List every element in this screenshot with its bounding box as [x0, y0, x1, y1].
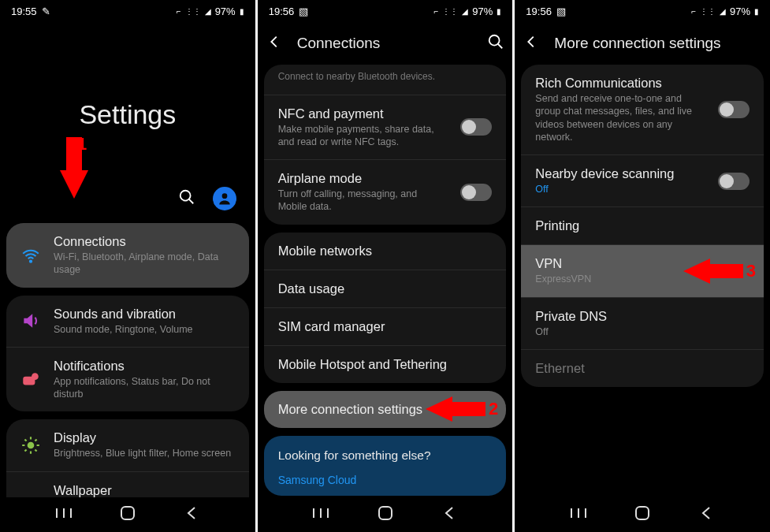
svg-line-14: [35, 439, 36, 441]
status-time: 19:55: [11, 6, 37, 17]
notif-icon: [20, 370, 41, 390]
nav-bar: [258, 497, 513, 532]
wallpaper-icon: [20, 493, 41, 497]
status-bar: 19:56▧ ⌐⋮⋮◢97%▮: [515, 0, 770, 22]
item-more-connection-settings[interactable]: More connection settings 2: [264, 391, 507, 428]
item-wallpaper[interactable]: WallpaperHome screen wallpaper, Lock scr…: [6, 472, 249, 498]
status-time: 19:56: [269, 6, 295, 17]
wifi-icon: [20, 245, 41, 266]
svg-point-5: [32, 373, 39, 380]
svg-line-1: [188, 199, 193, 204]
svg-line-12: [35, 449, 36, 451]
status-bar: 19:55✎ ⌐⋮⋮◢97%▮: [0, 0, 255, 22]
nav-recent[interactable]: [559, 501, 598, 525]
nav-back[interactable]: [172, 501, 211, 525]
svg-point-0: [180, 191, 190, 201]
header-title: Connections: [297, 35, 474, 52]
item-sounds[interactable]: Sounds and vibrationSound mode, Ringtone…: [6, 296, 249, 348]
annotation-3: 3: [683, 259, 756, 284]
account-avatar[interactable]: [213, 187, 236, 210]
item-notifications[interactable]: NotificationsApp notifications, Status b…: [6, 348, 249, 412]
back-icon[interactable]: [266, 33, 283, 54]
battery-icon: ▮: [240, 7, 244, 16]
status-bar: 19:56▧ ⌐⋮⋮◢97%▮: [258, 0, 513, 22]
nearby-scan-toggle[interactable]: [718, 173, 750, 190]
item-nearby-scan[interactable]: Nearby device scanningOff: [521, 155, 764, 207]
header: Connections: [258, 22, 513, 61]
signal-icon: ◢: [205, 7, 211, 16]
nav-recent[interactable]: [44, 501, 84, 525]
item-hotspot[interactable]: Mobile Hotspot and Tethering: [264, 346, 507, 383]
card-connectivity: Connect to nearby Bluetooth devices. NFC…: [264, 65, 507, 225]
item-airplane[interactable]: Airplane modeTurn off calling, messaging…: [264, 160, 507, 225]
rich-comm-toggle[interactable]: [718, 101, 750, 118]
vpn-icon: ⌐: [177, 7, 181, 16]
svg-line-13: [24, 449, 26, 451]
search-icon[interactable]: [487, 33, 504, 54]
header-title: More connection settings: [554, 35, 762, 52]
nav-recent[interactable]: [301, 501, 340, 525]
svg-point-3: [30, 260, 32, 262]
status-time: 19:56: [526, 6, 552, 17]
item-nfc[interactable]: NFC and paymentMake mobile payments, sha…: [264, 95, 507, 161]
svg-line-11: [24, 439, 26, 441]
nav-bar: [515, 497, 770, 532]
wifi-icon: ⋮⋮: [185, 7, 201, 16]
nfc-toggle[interactable]: [460, 118, 492, 136]
item-private-dns[interactable]: Private DNSOff: [521, 298, 764, 350]
svg-point-20: [489, 35, 500, 46]
card-mobile: Mobile networks Data usage SIM card mana…: [264, 233, 507, 383]
item-vpn[interactable]: VPNExpressVPN 3: [521, 245, 764, 297]
help-link-samsung-cloud[interactable]: Samsung Cloud: [278, 474, 493, 486]
search-icon[interactable]: [178, 188, 195, 209]
nav-home[interactable]: [366, 501, 405, 525]
card-more: More connection settings 2: [264, 391, 507, 428]
display-icon: [20, 435, 41, 456]
back-icon[interactable]: [523, 33, 540, 54]
panel-2-connections: 19:56▧ ⌐⋮⋮◢97%▮ Connections Connect to n…: [258, 0, 513, 532]
svg-rect-19: [121, 507, 134, 519]
card-sounds-notif: Sounds and vibrationSound mode, Ringtone…: [6, 296, 249, 412]
arrow-down-icon: [60, 170, 88, 199]
item-display[interactable]: DisplayBrightness, Blue light filter, Ho…: [6, 419, 249, 471]
status-icon: ✎: [42, 6, 50, 17]
nav-home[interactable]: [108, 501, 147, 525]
svg-point-6: [28, 442, 35, 449]
item-bluetooth-truncated[interactable]: Connect to nearby Bluetooth devices.: [264, 65, 507, 95]
nav-bar: [0, 497, 255, 532]
annotation-2: 2: [426, 396, 498, 422]
item-mobile-networks[interactable]: Mobile networks: [264, 233, 507, 270]
item-printing[interactable]: Printing: [521, 207, 764, 245]
panel-1-settings: 19:55✎ ⌐⋮⋮◢97%▮ Settings 1 ConnectionsWi…: [0, 0, 255, 532]
svg-point-2: [221, 193, 227, 199]
svg-rect-25: [379, 507, 392, 519]
help-card: Looking for something else? Samsung Clou…: [264, 436, 507, 496]
airplane-toggle[interactable]: [460, 184, 492, 201]
item-ethernet: Ethernet: [521, 350, 764, 387]
card-connections: ConnectionsWi-Fi, Bluetooth, Airplane mo…: [6, 223, 249, 288]
nav-back[interactable]: [686, 501, 726, 525]
nav-home[interactable]: [623, 501, 662, 525]
card-more-settings: Rich CommunicationsSend and receive one-…: [521, 65, 764, 387]
nav-back[interactable]: [430, 501, 469, 525]
item-connections[interactable]: ConnectionsWi-Fi, Bluetooth, Airplane mo…: [6, 223, 249, 288]
card-display-wallpaper: DisplayBrightness, Blue light filter, Ho…: [6, 419, 249, 497]
item-data-usage[interactable]: Data usage: [264, 270, 507, 308]
svg-rect-29: [636, 507, 649, 519]
svg-line-21: [498, 44, 503, 49]
panel-3-more-conn: 19:56▧ ⌐⋮⋮◢97%▮ More connection settings…: [515, 0, 770, 532]
arrow-left-icon: [683, 259, 710, 284]
page-title: Settings: [6, 99, 249, 130]
arrow-left-icon: [426, 396, 452, 422]
help-question: Looking for something else?: [278, 448, 493, 463]
annotation-1: 1: [60, 136, 88, 199]
battery-pct: 97%: [215, 6, 236, 17]
sound-icon: [20, 311, 41, 331]
item-sim-manager[interactable]: SIM card manager: [264, 308, 507, 346]
item-rich-comm[interactable]: Rich CommunicationsSend and receive one-…: [521, 65, 764, 155]
header: More connection settings: [515, 22, 770, 61]
